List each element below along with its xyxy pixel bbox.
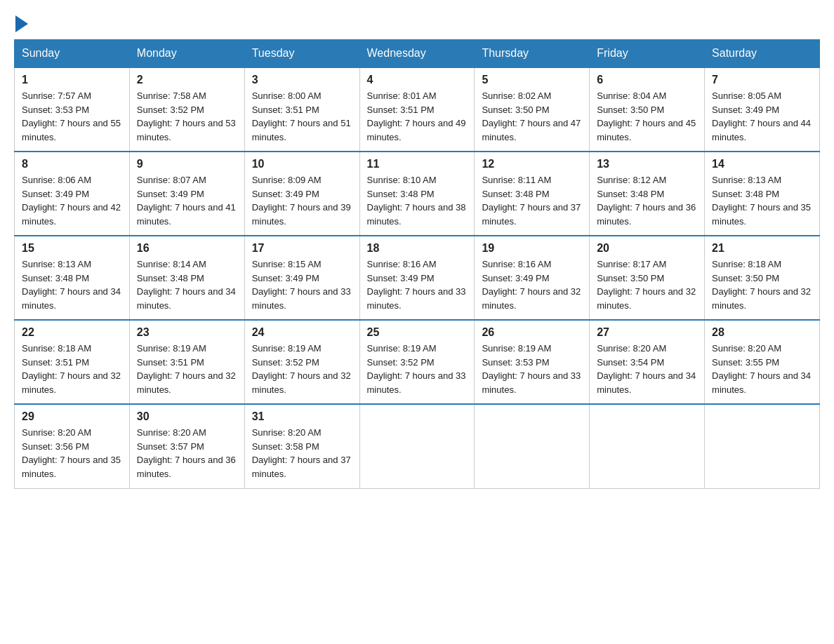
calendar-cell: 24 Sunrise: 8:19 AMSunset: 3:52 PMDaylig…: [244, 320, 359, 404]
calendar-cell: 23 Sunrise: 8:19 AMSunset: 3:51 PMDaylig…: [129, 320, 244, 404]
calendar-cell: 2 Sunrise: 7:58 AMSunset: 3:52 PMDayligh…: [129, 67, 244, 152]
calendar-cell: 20 Sunrise: 8:17 AMSunset: 3:50 PMDaylig…: [590, 236, 705, 320]
day-header-sunday: Sunday: [15, 40, 130, 68]
calendar-cell: 26 Sunrise: 8:19 AMSunset: 3:53 PMDaylig…: [475, 320, 590, 404]
day-info: Sunrise: 8:19 AMSunset: 3:51 PMDaylight:…: [137, 343, 236, 395]
calendar-cell: [705, 404, 820, 488]
page-header: [14, 14, 820, 32]
calendar-week-row: 22 Sunrise: 8:18 AMSunset: 3:51 PMDaylig…: [15, 320, 820, 404]
day-info: Sunrise: 8:19 AMSunset: 3:52 PMDaylight:…: [367, 343, 466, 395]
calendar-week-row: 15 Sunrise: 8:13 AMSunset: 3:48 PMDaylig…: [15, 236, 820, 320]
day-number: 18: [367, 242, 468, 255]
calendar-cell: 12 Sunrise: 8:11 AMSunset: 3:48 PMDaylig…: [475, 152, 590, 236]
day-info: Sunrise: 8:02 AMSunset: 3:50 PMDaylight:…: [482, 90, 581, 142]
day-number: 6: [597, 74, 697, 86]
day-info: Sunrise: 8:09 AMSunset: 3:49 PMDaylight:…: [252, 175, 351, 227]
calendar-cell: 16 Sunrise: 8:14 AMSunset: 3:48 PMDaylig…: [129, 236, 244, 320]
day-number: 19: [482, 242, 582, 255]
day-info: Sunrise: 8:16 AMSunset: 3:49 PMDaylight:…: [482, 259, 581, 311]
day-number: 22: [22, 326, 122, 339]
day-header-saturday: Saturday: [705, 40, 820, 68]
calendar-cell: 28 Sunrise: 8:20 AMSunset: 3:55 PMDaylig…: [705, 320, 820, 404]
calendar-cell: 3 Sunrise: 8:00 AMSunset: 3:51 PMDayligh…: [244, 67, 359, 152]
day-number: 7: [712, 74, 812, 86]
day-info: Sunrise: 8:14 AMSunset: 3:48 PMDaylight:…: [137, 259, 236, 311]
calendar-cell: 29 Sunrise: 8:20 AMSunset: 3:56 PMDaylig…: [15, 404, 130, 488]
calendar-cell: 8 Sunrise: 8:06 AMSunset: 3:49 PMDayligh…: [15, 152, 130, 236]
day-number: 12: [482, 158, 582, 170]
calendar-cell: 22 Sunrise: 8:18 AMSunset: 3:51 PMDaylig…: [15, 320, 130, 404]
day-info: Sunrise: 8:15 AMSunset: 3:49 PMDaylight:…: [252, 259, 351, 311]
day-info: Sunrise: 8:00 AMSunset: 3:51 PMDaylight:…: [252, 90, 351, 142]
day-number: 1: [22, 74, 122, 86]
day-info: Sunrise: 7:58 AMSunset: 3:52 PMDaylight:…: [137, 90, 236, 142]
day-info: Sunrise: 8:10 AMSunset: 3:48 PMDaylight:…: [367, 175, 466, 227]
day-header-friday: Friday: [590, 40, 705, 68]
day-info: Sunrise: 8:20 AMSunset: 3:58 PMDaylight:…: [252, 427, 351, 479]
calendar-cell: 9 Sunrise: 8:07 AMSunset: 3:49 PMDayligh…: [129, 152, 244, 236]
day-number: 16: [137, 242, 237, 255]
day-number: 31: [252, 410, 352, 423]
day-number: 28: [712, 326, 812, 339]
calendar-cell: 11 Sunrise: 8:10 AMSunset: 3:48 PMDaylig…: [359, 152, 475, 236]
day-info: Sunrise: 8:20 AMSunset: 3:54 PMDaylight:…: [597, 343, 696, 395]
day-header-thursday: Thursday: [475, 40, 590, 68]
day-info: Sunrise: 8:13 AMSunset: 3:48 PMDaylight:…: [22, 259, 121, 311]
day-number: 27: [597, 326, 697, 339]
day-header-tuesday: Tuesday: [244, 40, 359, 68]
day-info: Sunrise: 8:13 AMSunset: 3:48 PMDaylight:…: [712, 175, 811, 227]
day-info: Sunrise: 8:19 AMSunset: 3:52 PMDaylight:…: [252, 343, 351, 395]
calendar-cell: [590, 404, 705, 488]
calendar-cell: [359, 404, 475, 488]
day-number: 13: [597, 158, 697, 170]
day-number: 15: [22, 242, 122, 255]
day-info: Sunrise: 8:20 AMSunset: 3:55 PMDaylight:…: [712, 343, 811, 395]
logo-arrow-icon: [15, 15, 28, 32]
calendar-cell: 6 Sunrise: 8:04 AMSunset: 3:50 PMDayligh…: [590, 67, 705, 152]
day-info: Sunrise: 8:20 AMSunset: 3:56 PMDaylight:…: [22, 427, 121, 479]
day-number: 9: [137, 158, 237, 170]
day-info: Sunrise: 8:18 AMSunset: 3:51 PMDaylight:…: [22, 343, 121, 395]
calendar-cell: 18 Sunrise: 8:16 AMSunset: 3:49 PMDaylig…: [359, 236, 475, 320]
day-number: 8: [22, 158, 122, 170]
day-info: Sunrise: 8:04 AMSunset: 3:50 PMDaylight:…: [597, 90, 696, 142]
day-info: Sunrise: 8:05 AMSunset: 3:49 PMDaylight:…: [712, 90, 811, 142]
day-info: Sunrise: 8:18 AMSunset: 3:50 PMDaylight:…: [712, 259, 811, 311]
day-number: 2: [137, 74, 237, 86]
day-number: 14: [712, 158, 812, 170]
calendar-week-row: 8 Sunrise: 8:06 AMSunset: 3:49 PMDayligh…: [15, 152, 820, 236]
day-number: 10: [252, 158, 352, 170]
day-info: Sunrise: 8:06 AMSunset: 3:49 PMDaylight:…: [22, 175, 121, 227]
calendar-header-row: SundayMondayTuesdayWednesdayThursdayFrid…: [15, 40, 820, 68]
day-info: Sunrise: 8:20 AMSunset: 3:57 PMDaylight:…: [137, 427, 236, 479]
day-header-monday: Monday: [129, 40, 244, 68]
day-number: 25: [367, 326, 468, 339]
day-info: Sunrise: 8:12 AMSunset: 3:48 PMDaylight:…: [597, 175, 696, 227]
day-number: 17: [252, 242, 352, 255]
day-info: Sunrise: 8:19 AMSunset: 3:53 PMDaylight:…: [482, 343, 581, 395]
day-number: 24: [252, 326, 352, 339]
calendar-cell: [475, 404, 590, 488]
calendar-cell: 30 Sunrise: 8:20 AMSunset: 3:57 PMDaylig…: [129, 404, 244, 488]
day-number: 5: [482, 74, 582, 86]
day-info: Sunrise: 8:17 AMSunset: 3:50 PMDaylight:…: [597, 259, 696, 311]
calendar-week-row: 29 Sunrise: 8:20 AMSunset: 3:56 PMDaylig…: [15, 404, 820, 488]
day-number: 23: [137, 326, 237, 339]
calendar-week-row: 1 Sunrise: 7:57 AMSunset: 3:53 PMDayligh…: [15, 67, 820, 152]
calendar-cell: 13 Sunrise: 8:12 AMSunset: 3:48 PMDaylig…: [590, 152, 705, 236]
calendar-cell: 15 Sunrise: 8:13 AMSunset: 3:48 PMDaylig…: [15, 236, 130, 320]
day-number: 11: [367, 158, 468, 170]
day-number: 21: [712, 242, 812, 255]
day-info: Sunrise: 8:07 AMSunset: 3:49 PMDaylight:…: [137, 175, 236, 227]
calendar-table: SundayMondayTuesdayWednesdayThursdayFrid…: [14, 39, 820, 489]
day-number: 20: [597, 242, 697, 255]
day-info: Sunrise: 8:11 AMSunset: 3:48 PMDaylight:…: [482, 175, 581, 227]
day-number: 29: [22, 410, 122, 423]
calendar-cell: 5 Sunrise: 8:02 AMSunset: 3:50 PMDayligh…: [475, 67, 590, 152]
day-header-wednesday: Wednesday: [359, 40, 475, 68]
calendar-cell: 27 Sunrise: 8:20 AMSunset: 3:54 PMDaylig…: [590, 320, 705, 404]
calendar-cell: 1 Sunrise: 7:57 AMSunset: 3:53 PMDayligh…: [15, 67, 130, 152]
day-info: Sunrise: 8:01 AMSunset: 3:51 PMDaylight:…: [367, 90, 466, 142]
day-number: 26: [482, 326, 582, 339]
day-number: 4: [367, 74, 468, 86]
